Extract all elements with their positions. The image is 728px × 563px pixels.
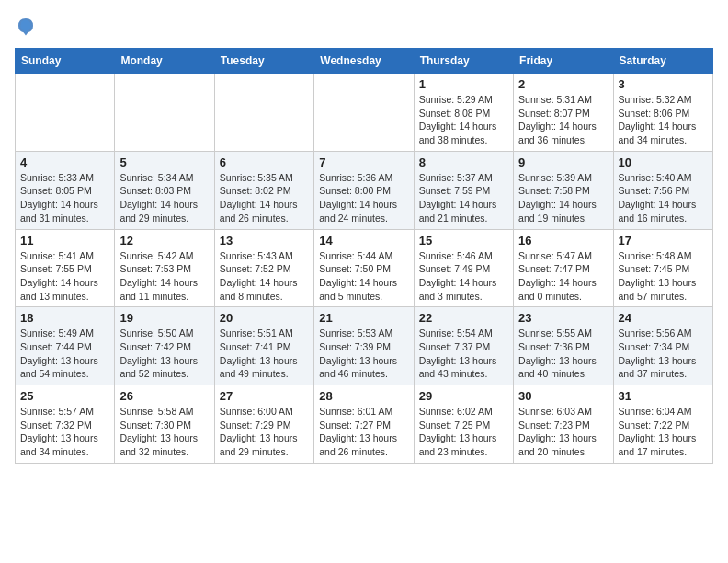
day-number: 28 xyxy=(319,389,408,403)
calendar-week-row: 11Sunrise: 5:41 AM Sunset: 7:55 PM Dayli… xyxy=(16,229,713,307)
day-number: 22 xyxy=(419,311,508,325)
calendar-header-row: SundayMondayTuesdayWednesdayThursdayFrid… xyxy=(16,49,713,74)
day-info: Sunrise: 6:02 AM Sunset: 7:25 PM Dayligh… xyxy=(419,405,508,459)
day-info: Sunrise: 5:42 AM Sunset: 7:53 PM Dayligh… xyxy=(119,249,209,304)
day-info: Sunrise: 5:58 AM Sunset: 7:30 PM Dayligh… xyxy=(119,405,209,459)
calendar-cell: 30Sunrise: 6:03 AM Sunset: 7:23 PM Dayli… xyxy=(514,385,613,464)
day-info: Sunrise: 5:46 AM Sunset: 7:49 PM Dayligh… xyxy=(419,249,508,304)
day-number: 16 xyxy=(518,234,608,247)
day-number: 15 xyxy=(419,234,508,247)
day-number: 1 xyxy=(419,77,508,91)
calendar-cell: 27Sunrise: 6:00 AM Sunset: 7:29 PM Dayli… xyxy=(214,385,313,464)
calendar-cell xyxy=(16,74,115,152)
page-header xyxy=(15,15,713,37)
day-info: Sunrise: 5:48 AM Sunset: 7:45 PM Dayligh… xyxy=(619,249,708,304)
day-info: Sunrise: 6:00 AM Sunset: 7:29 PM Dayligh… xyxy=(220,405,309,459)
calendar-cell: 26Sunrise: 5:58 AM Sunset: 7:30 PM Dayli… xyxy=(115,385,214,464)
day-number: 5 xyxy=(119,155,209,169)
day-number: 4 xyxy=(20,155,109,169)
calendar-cell: 21Sunrise: 5:53 AM Sunset: 7:39 PM Dayli… xyxy=(314,307,414,385)
calendar-cell: 16Sunrise: 5:47 AM Sunset: 7:47 PM Dayli… xyxy=(514,229,613,307)
calendar-cell: 6Sunrise: 5:35 AM Sunset: 8:02 PM Daylig… xyxy=(214,151,313,229)
day-number: 26 xyxy=(119,389,209,403)
day-info: Sunrise: 6:04 AM Sunset: 7:22 PM Dayligh… xyxy=(619,405,708,459)
day-info: Sunrise: 5:50 AM Sunset: 7:42 PM Dayligh… xyxy=(119,327,209,381)
calendar-cell: 7Sunrise: 5:36 AM Sunset: 8:00 PM Daylig… xyxy=(314,151,414,229)
calendar-cell: 20Sunrise: 5:51 AM Sunset: 7:41 PM Dayli… xyxy=(214,307,313,385)
day-info: Sunrise: 5:49 AM Sunset: 7:44 PM Dayligh… xyxy=(20,327,109,381)
day-info: Sunrise: 5:36 AM Sunset: 8:00 PM Dayligh… xyxy=(319,171,408,225)
day-number: 12 xyxy=(119,234,209,247)
calendar-cell: 10Sunrise: 5:40 AM Sunset: 7:56 PM Dayli… xyxy=(613,151,712,229)
day-number: 23 xyxy=(518,311,608,325)
calendar-cell: 31Sunrise: 6:04 AM Sunset: 7:22 PM Dayli… xyxy=(613,385,712,464)
calendar-week-row: 4Sunrise: 5:33 AM Sunset: 8:05 PM Daylig… xyxy=(16,151,713,229)
calendar-cell: 3Sunrise: 5:32 AM Sunset: 8:06 PM Daylig… xyxy=(613,74,712,152)
day-number: 2 xyxy=(518,77,608,91)
day-info: Sunrise: 5:40 AM Sunset: 7:56 PM Dayligh… xyxy=(619,171,708,225)
day-number: 17 xyxy=(619,234,708,247)
day-number: 14 xyxy=(319,234,408,247)
weekday-header: Tuesday xyxy=(214,49,313,74)
calendar-cell: 22Sunrise: 5:54 AM Sunset: 7:37 PM Dayli… xyxy=(414,307,513,385)
day-number: 27 xyxy=(220,389,309,403)
calendar-cell: 29Sunrise: 6:02 AM Sunset: 7:25 PM Dayli… xyxy=(414,385,513,464)
calendar-cell: 14Sunrise: 5:44 AM Sunset: 7:50 PM Dayli… xyxy=(314,229,414,307)
day-info: Sunrise: 5:37 AM Sunset: 7:59 PM Dayligh… xyxy=(419,171,508,225)
weekday-header: Monday xyxy=(115,49,214,74)
day-info: Sunrise: 6:01 AM Sunset: 7:27 PM Dayligh… xyxy=(319,405,408,459)
day-info: Sunrise: 5:56 AM Sunset: 7:34 PM Dayligh… xyxy=(619,327,708,381)
day-number: 24 xyxy=(619,311,708,325)
calendar-cell xyxy=(214,74,313,152)
day-info: Sunrise: 5:29 AM Sunset: 8:08 PM Dayligh… xyxy=(419,93,508,147)
day-number: 30 xyxy=(518,389,608,403)
day-number: 25 xyxy=(20,389,109,403)
weekday-header: Wednesday xyxy=(314,49,414,74)
calendar-cell: 24Sunrise: 5:56 AM Sunset: 7:34 PM Dayli… xyxy=(613,307,712,385)
day-info: Sunrise: 5:35 AM Sunset: 8:02 PM Dayligh… xyxy=(220,171,309,225)
calendar-cell: 4Sunrise: 5:33 AM Sunset: 8:05 PM Daylig… xyxy=(16,151,115,229)
day-number: 20 xyxy=(220,311,309,325)
calendar-cell: 12Sunrise: 5:42 AM Sunset: 7:53 PM Dayli… xyxy=(115,229,214,307)
day-info: Sunrise: 5:34 AM Sunset: 8:03 PM Dayligh… xyxy=(119,171,209,225)
day-number: 21 xyxy=(319,311,408,325)
day-info: Sunrise: 5:31 AM Sunset: 8:07 PM Dayligh… xyxy=(518,93,608,147)
calendar-cell: 2Sunrise: 5:31 AM Sunset: 8:07 PM Daylig… xyxy=(514,74,613,152)
calendar-week-row: 18Sunrise: 5:49 AM Sunset: 7:44 PM Dayli… xyxy=(16,307,713,385)
day-number: 8 xyxy=(419,155,508,169)
calendar-cell: 28Sunrise: 6:01 AM Sunset: 7:27 PM Dayli… xyxy=(314,385,414,464)
day-info: Sunrise: 5:57 AM Sunset: 7:32 PM Dayligh… xyxy=(20,405,109,459)
calendar-week-row: 1Sunrise: 5:29 AM Sunset: 8:08 PM Daylig… xyxy=(16,74,713,152)
day-info: Sunrise: 5:51 AM Sunset: 7:41 PM Dayligh… xyxy=(220,327,309,381)
day-info: Sunrise: 5:39 AM Sunset: 7:58 PM Dayligh… xyxy=(518,171,608,225)
day-info: Sunrise: 5:43 AM Sunset: 7:52 PM Dayligh… xyxy=(220,249,309,304)
day-info: Sunrise: 5:47 AM Sunset: 7:47 PM Dayligh… xyxy=(518,249,608,304)
day-number: 10 xyxy=(619,155,708,169)
calendar-cell: 17Sunrise: 5:48 AM Sunset: 7:45 PM Dayli… xyxy=(613,229,712,307)
weekday-header: Saturday xyxy=(613,49,712,74)
calendar-week-row: 25Sunrise: 5:57 AM Sunset: 7:32 PM Dayli… xyxy=(16,385,713,464)
day-info: Sunrise: 5:41 AM Sunset: 7:55 PM Dayligh… xyxy=(20,249,109,304)
day-info: Sunrise: 5:33 AM Sunset: 8:05 PM Dayligh… xyxy=(20,171,109,225)
day-info: Sunrise: 5:44 AM Sunset: 7:50 PM Dayligh… xyxy=(319,249,408,304)
calendar-cell: 1Sunrise: 5:29 AM Sunset: 8:08 PM Daylig… xyxy=(414,74,513,152)
day-number: 7 xyxy=(319,155,408,169)
day-number: 31 xyxy=(619,389,708,403)
calendar-cell: 19Sunrise: 5:50 AM Sunset: 7:42 PM Dayli… xyxy=(115,307,214,385)
day-number: 13 xyxy=(220,234,309,247)
day-number: 6 xyxy=(220,155,309,169)
day-number: 29 xyxy=(419,389,508,403)
calendar-cell: 25Sunrise: 5:57 AM Sunset: 7:32 PM Dayli… xyxy=(16,385,115,464)
day-info: Sunrise: 6:03 AM Sunset: 7:23 PM Dayligh… xyxy=(518,405,608,459)
logo-icon xyxy=(15,15,37,37)
day-number: 9 xyxy=(518,155,608,169)
calendar-table: SundayMondayTuesdayWednesdayThursdayFrid… xyxy=(15,48,713,464)
calendar-cell: 9Sunrise: 5:39 AM Sunset: 7:58 PM Daylig… xyxy=(514,151,613,229)
day-number: 11 xyxy=(20,234,109,247)
day-info: Sunrise: 5:53 AM Sunset: 7:39 PM Dayligh… xyxy=(319,327,408,381)
calendar-cell: 18Sunrise: 5:49 AM Sunset: 7:44 PM Dayli… xyxy=(16,307,115,385)
day-number: 19 xyxy=(119,311,209,325)
calendar-cell: 11Sunrise: 5:41 AM Sunset: 7:55 PM Dayli… xyxy=(16,229,115,307)
calendar-cell: 13Sunrise: 5:43 AM Sunset: 7:52 PM Dayli… xyxy=(214,229,313,307)
calendar-cell xyxy=(115,74,214,152)
